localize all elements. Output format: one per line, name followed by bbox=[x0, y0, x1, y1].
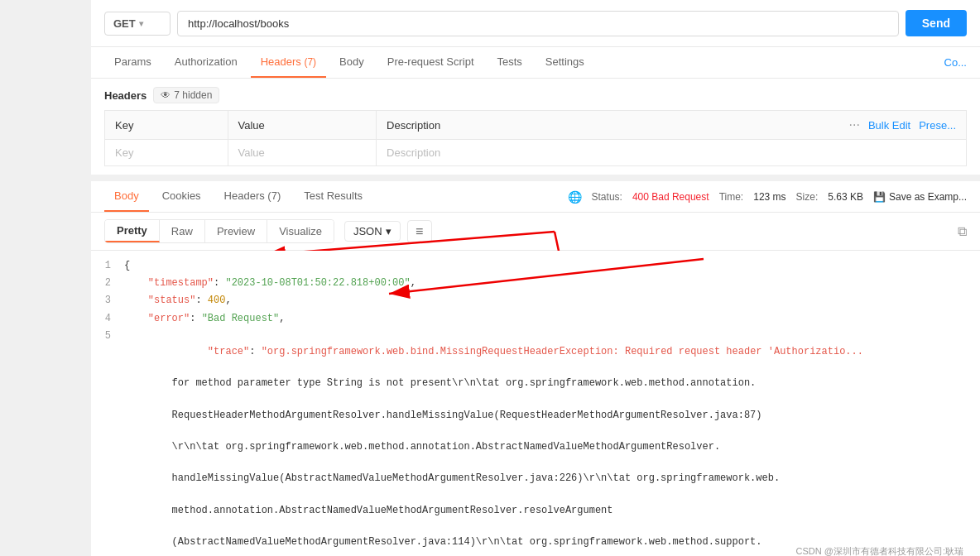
code-line-5: 5 "trace": "org.springframework.web.bind… bbox=[91, 328, 980, 556]
code-view: 1 { 2 "timestamp": "2023-10-08T01:50:22.… bbox=[91, 251, 980, 556]
headers-section: Headers 👁 7 hidden Key Value bbox=[91, 79, 980, 175]
key-cell[interactable]: Key bbox=[105, 140, 228, 166]
col-description: Description ··· Bulk Edit Prese... bbox=[377, 111, 967, 140]
tab-authorization[interactable]: Authorization bbox=[165, 47, 247, 78]
eye-icon: 👁 bbox=[161, 89, 171, 101]
resp-tab-test-results[interactable]: Test Results bbox=[294, 181, 372, 212]
table-row: Key Value Description bbox=[105, 140, 967, 166]
headers-label-row: Headers 👁 7 hidden bbox=[104, 87, 967, 103]
headers-badge: (7) bbox=[304, 56, 316, 68]
section-divider bbox=[91, 175, 980, 181]
description-cell[interactable]: Description bbox=[377, 140, 967, 166]
code-line-3: 3 "status": 400, bbox=[91, 292, 980, 309]
method-selector[interactable]: GET ▾ bbox=[104, 12, 171, 36]
bulk-edit-button[interactable]: Bulk Edit bbox=[868, 119, 910, 132]
request-tabs: Params Authorization Headers (7) Body Pr… bbox=[91, 47, 980, 79]
format-selector[interactable]: JSON ▾ bbox=[344, 221, 401, 242]
hidden-count: 7 hidden bbox=[174, 89, 212, 101]
save-example-button[interactable]: 💾 Save as Examp... bbox=[873, 191, 967, 203]
response-status-bar: 🌐 Status: 400 Bad Request Time: 123 ms S… bbox=[568, 190, 967, 204]
line-num-4: 4 bbox=[91, 311, 124, 327]
view-raw-button[interactable]: Raw bbox=[160, 220, 205, 242]
hidden-badge[interactable]: 👁 7 hidden bbox=[153, 87, 219, 103]
tab-tests[interactable]: Tests bbox=[488, 47, 532, 78]
code-line-2: 2 "timestamp": "2023-10-08T01:50:22.818+… bbox=[91, 275, 980, 292]
response-tabs: Body Cookies Headers (7) Test Results 🌐 … bbox=[91, 181, 980, 213]
tab-headers[interactable]: Headers (7) bbox=[251, 47, 326, 78]
copy-button[interactable]: ⧉ bbox=[958, 224, 967, 239]
watermark: CSDN @深圳市有德者科技有限公司:耿瑞 bbox=[796, 545, 963, 556]
method-text: GET bbox=[113, 17, 136, 30]
status-label: Status: bbox=[592, 191, 622, 203]
status-value: 400 Bad Request bbox=[632, 191, 709, 203]
presets-button[interactable]: Prese... bbox=[919, 119, 956, 132]
view-btn-group: Pretty Raw Preview Visualize bbox=[104, 219, 334, 243]
resp-tab-cookies[interactable]: Cookies bbox=[152, 181, 211, 212]
line-content-1: { bbox=[124, 258, 980, 274]
headers-table: Key Value Description ··· Bulk Edit bbox=[104, 110, 967, 166]
tab-params[interactable]: Params bbox=[104, 47, 161, 78]
globe-icon: 🌐 bbox=[568, 190, 582, 204]
save-icon: 💾 bbox=[873, 191, 886, 203]
line-num-2: 2 bbox=[91, 276, 124, 291]
dots-icon[interactable]: ··· bbox=[849, 117, 860, 132]
chevron-down-icon: ▾ bbox=[139, 19, 143, 28]
line-num-3: 3 bbox=[91, 293, 124, 309]
size-value: 5.63 KB bbox=[828, 191, 863, 203]
url-bar: GET ▾ Send bbox=[91, 0, 980, 47]
code-line-1: 1 { bbox=[91, 257, 980, 275]
url-input[interactable] bbox=[177, 11, 899, 36]
time-label: Time: bbox=[719, 191, 744, 203]
view-pretty-button[interactable]: Pretty bbox=[105, 220, 160, 242]
line-content-5: "trace": "org.springframework.web.bind.M… bbox=[124, 328, 980, 556]
cookies-link[interactable]: Co... bbox=[944, 56, 967, 69]
headers-label: Headers bbox=[104, 89, 147, 102]
filter-button[interactable]: ≡ bbox=[407, 220, 432, 243]
line-content-4: "error": "Bad Request", bbox=[124, 311, 980, 327]
resp-tab-body[interactable]: Body bbox=[104, 181, 149, 212]
code-section: 1 { 2 "timestamp": "2023-10-08T01:50:22.… bbox=[91, 251, 980, 556]
resp-tab-headers[interactable]: Headers (7) bbox=[214, 181, 291, 212]
response-controls: Pretty Raw Preview Visualize JSON ▾ ≡ ⧉ bbox=[91, 213, 980, 251]
view-visualize-button[interactable]: Visualize bbox=[267, 220, 334, 242]
tab-settings[interactable]: Settings bbox=[536, 47, 594, 78]
value-cell[interactable]: Value bbox=[228, 140, 377, 166]
format-label: JSON bbox=[353, 225, 382, 237]
view-preview-button[interactable]: Preview bbox=[205, 220, 267, 242]
line-num-1: 1 bbox=[91, 258, 124, 274]
send-button[interactable]: Send bbox=[906, 10, 967, 36]
line-num-5: 5 bbox=[91, 328, 124, 556]
code-line-4: 4 "error": "Bad Request", bbox=[91, 310, 980, 328]
size-label: Size: bbox=[796, 191, 819, 203]
col-value: Value bbox=[228, 111, 377, 140]
col-key: Key bbox=[105, 111, 228, 140]
line-content-3: "status": 400, bbox=[124, 293, 980, 309]
tab-pre-request[interactable]: Pre-request Script bbox=[377, 47, 484, 78]
line-content-2: "timestamp": "2023-10-08T01:50:22.818+00… bbox=[124, 276, 980, 291]
time-value: 123 ms bbox=[753, 191, 785, 203]
format-chevron-icon: ▾ bbox=[386, 225, 392, 237]
tab-body[interactable]: Body bbox=[329, 47, 374, 78]
